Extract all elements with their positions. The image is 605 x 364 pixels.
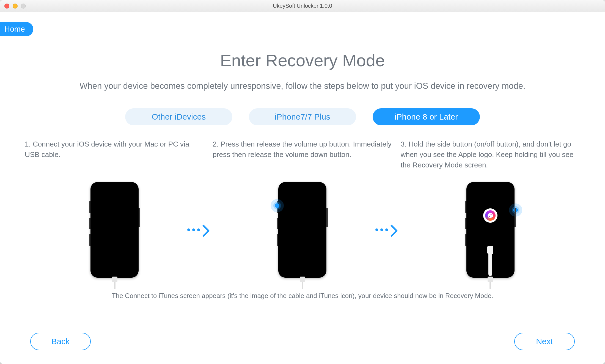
- window-minimize-button[interactable]: [13, 4, 18, 9]
- nav-buttons: Back Next: [0, 333, 605, 350]
- window-maximize-button[interactable]: [21, 4, 26, 9]
- phone-icon: [278, 182, 326, 278]
- step-3: 3. Hold the side button (on/off button),…: [401, 139, 580, 279]
- tab-other-idevices[interactable]: Other iDevices: [125, 108, 232, 125]
- page-title: Enter Recovery Mode: [25, 51, 580, 70]
- itunes-icon: ♫: [483, 208, 497, 223]
- back-button[interactable]: Back: [30, 333, 91, 350]
- step-3-illustration: ♫: [401, 180, 580, 279]
- step-2-text: 2. Press then release the volume up butt…: [213, 139, 392, 180]
- traffic-lights: [4, 4, 26, 9]
- step-1: 1. Connect your iOS device with your Mac…: [25, 139, 204, 279]
- home-button[interactable]: Home: [0, 22, 33, 36]
- tab-iphone7[interactable]: iPhone7/7 Plus: [249, 108, 356, 125]
- recovery-cable-icon: [487, 246, 493, 276]
- phone-icon: ♫: [466, 182, 515, 278]
- titlebar: UkeySoft Unlocker 1.0.0: [0, 0, 605, 12]
- cable-icon: [486, 277, 494, 289]
- next-button[interactable]: Next: [514, 333, 575, 350]
- side-button-highlight-icon: [512, 206, 519, 214]
- step-2: 2. Press then release the volume up butt…: [213, 139, 392, 279]
- arrow-right-icon: [187, 224, 210, 235]
- tab-iphone8-or-later[interactable]: iPhone 8 or Later: [373, 108, 480, 125]
- arrow-right-icon: [375, 224, 398, 235]
- footnote-text: The Connect to iTunes screen appears (it…: [25, 292, 580, 300]
- step-1-illustration: [25, 180, 204, 279]
- page-subtitle: When your device becomes completely unre…: [25, 80, 580, 92]
- device-tabs: Other iDevices iPhone7/7 Plus iPhone 8 o…: [25, 108, 580, 125]
- cable-icon: [111, 277, 119, 289]
- phone-icon: [90, 182, 139, 278]
- app-window: UkeySoft Unlocker 1.0.0 Home Enter Recov…: [0, 0, 605, 364]
- volume-button-highlight-icon: [273, 202, 281, 209]
- step-1-text: 1. Connect your iOS device with your Mac…: [25, 139, 204, 180]
- step-3-text: 3. Hold the side button (on/off button),…: [401, 139, 580, 180]
- window-close-button[interactable]: [4, 4, 9, 9]
- window-title: UkeySoft Unlocker 1.0.0: [273, 3, 332, 9]
- step-2-illustration: [213, 180, 392, 279]
- content-area: Enter Recovery Mode When your device bec…: [0, 12, 605, 311]
- steps-row: 1. Connect your iOS device with your Mac…: [25, 139, 580, 279]
- cable-icon: [299, 277, 306, 289]
